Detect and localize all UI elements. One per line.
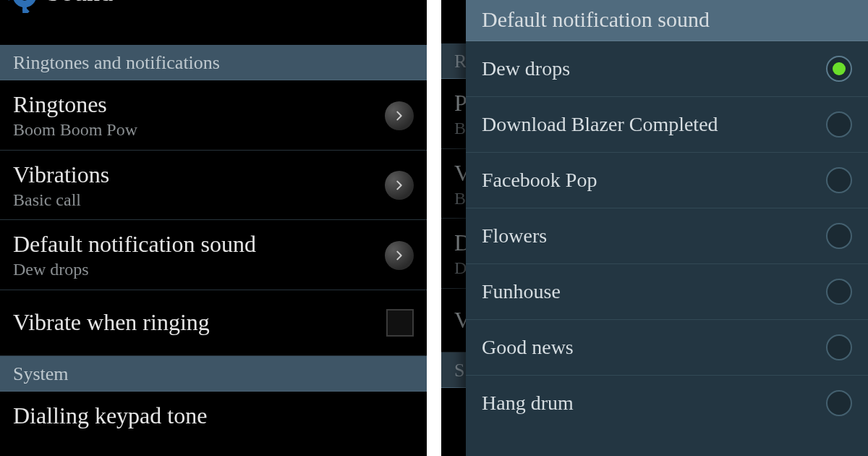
option-label: Hang drum — [482, 392, 574, 415]
radio-button[interactable] — [826, 56, 852, 82]
row-title: Vibrate when ringing — [13, 310, 210, 335]
radio-button[interactable] — [826, 111, 852, 138]
radio-button[interactable] — [826, 390, 852, 416]
svg-rect-6 — [7, 0, 13, 1]
row-ringtones[interactable]: Ringtones Boom Boom Pow — [0, 80, 427, 151]
row-subtitle: Dew drops — [13, 260, 256, 279]
notification-sound-dialog: Default notification sound Dew drops Dow… — [466, 0, 868, 456]
radio-button[interactable] — [826, 223, 852, 249]
row-title: Dialling keypad tone — [13, 403, 207, 428]
row-title: Vibrations — [13, 162, 109, 187]
notification-sound-picker-screen: R P B V B D D — [441, 0, 868, 456]
option-label: Download Blazer Completed — [482, 113, 718, 136]
sound-option-funhouse[interactable]: Funhouse — [466, 264, 868, 320]
row-title: Default notification sound — [13, 232, 256, 257]
sound-option-facebook-pop[interactable]: Facebook Pop — [466, 153, 868, 208]
sound-option-hang-drum[interactable]: Hang drum — [466, 376, 868, 431]
screenshot-pair: Sound Ringtones and notifications Ringto… — [0, 0, 868, 456]
sound-option-download-blazer[interactable]: Download Blazer Completed — [466, 97, 868, 153]
chevron-right-icon — [385, 241, 414, 270]
row-dialling-keypad-tone[interactable]: Dialling keypad tone — [0, 392, 427, 439]
sound-option-flowers[interactable]: Flowers — [466, 208, 868, 264]
option-label: Good news — [482, 336, 574, 359]
sound-settings-screen: Sound Ringtones and notifications Ringto… — [0, 0, 427, 456]
section-system: System — [0, 356, 427, 392]
radio-button[interactable] — [826, 279, 852, 305]
row-vibrate-when-ringing[interactable]: Vibrate when ringing — [0, 290, 427, 356]
gear-icon — [7, 0, 42, 13]
option-label: Funhouse — [482, 280, 561, 303]
row-subtitle: Boom Boom Pow — [13, 120, 137, 139]
option-label: Facebook Pop — [482, 169, 597, 192]
row-subtitle: Basic call — [13, 190, 109, 209]
chevron-right-icon — [385, 171, 414, 200]
row-default-notification-sound[interactable]: Default notification sound Dew drops — [0, 220, 427, 290]
spacer — [0, 13, 427, 45]
sound-option-good-news[interactable]: Good news — [466, 320, 868, 376]
svg-point-0 — [13, 0, 37, 7]
option-label: Flowers — [482, 224, 547, 248]
dialog-title: Default notification sound — [466, 0, 868, 41]
row-title: Ringtones — [13, 92, 137, 117]
image-gap — [427, 0, 441, 456]
radio-button[interactable] — [826, 167, 852, 193]
checkbox[interactable] — [386, 309, 414, 337]
sound-option-dew-drops[interactable]: Dew drops — [466, 41, 868, 97]
radio-button[interactable] — [826, 334, 852, 360]
row-vibrations[interactable]: Vibrations Basic call — [0, 151, 427, 221]
option-label: Dew drops — [482, 57, 570, 80]
settings-header: Sound — [0, 0, 427, 13]
section-ringtones-notifications: Ringtones and notifications — [0, 45, 427, 80]
page-title: Sound — [46, 0, 113, 7]
chevron-right-icon — [385, 101, 414, 130]
